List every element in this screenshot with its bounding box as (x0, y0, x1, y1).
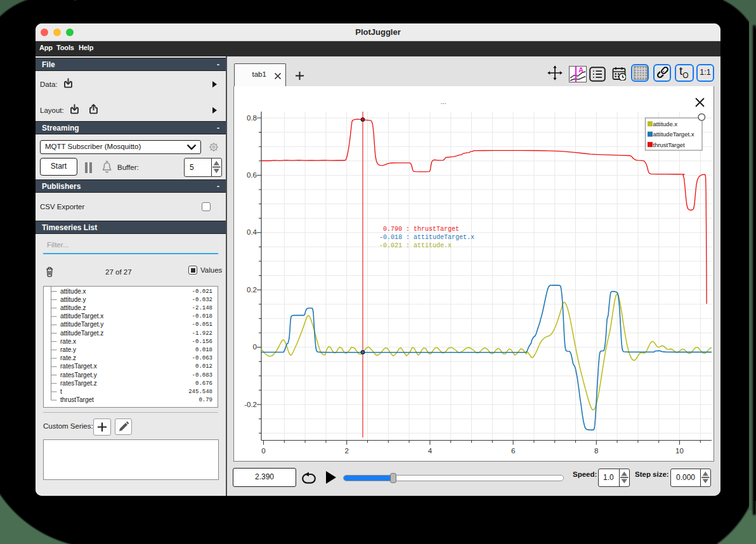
svg-text:0.8: 0.8 (247, 114, 257, 122)
svg-text:8: 8 (594, 447, 598, 455)
svg-text:-0.021 : attitude.x: -0.021 : attitude.x (379, 242, 452, 249)
svg-text:2: 2 (344, 447, 348, 455)
svg-text:0.6: 0.6 (247, 171, 257, 179)
svg-text:A: A (578, 66, 583, 74)
svg-text:0.4: 0.4 (247, 228, 257, 236)
svg-text:-0.2: -0.2 (244, 401, 257, 408)
svg-text:attitudeTarget.x: attitudeTarget.x (653, 131, 694, 138)
svg-text:attitude.x: attitude.x (653, 120, 678, 127)
svg-text:6: 6 (511, 447, 515, 455)
svg-text:10: 10 (675, 447, 684, 455)
svg-text:0: 0 (261, 447, 265, 455)
svg-text:-0.018 : attitudeTarget.x: -0.018 : attitudeTarget.x (379, 234, 474, 241)
svg-text:0.2: 0.2 (247, 286, 257, 294)
svg-text:4: 4 (428, 447, 433, 455)
svg-text:0: 0 (253, 343, 257, 351)
svg-text:thrustTarget: thrustTarget (653, 141, 686, 148)
svg-text:...: ... (440, 98, 446, 105)
svg-text:0.790 : thrustTarget: 0.790 : thrustTarget (383, 226, 459, 233)
